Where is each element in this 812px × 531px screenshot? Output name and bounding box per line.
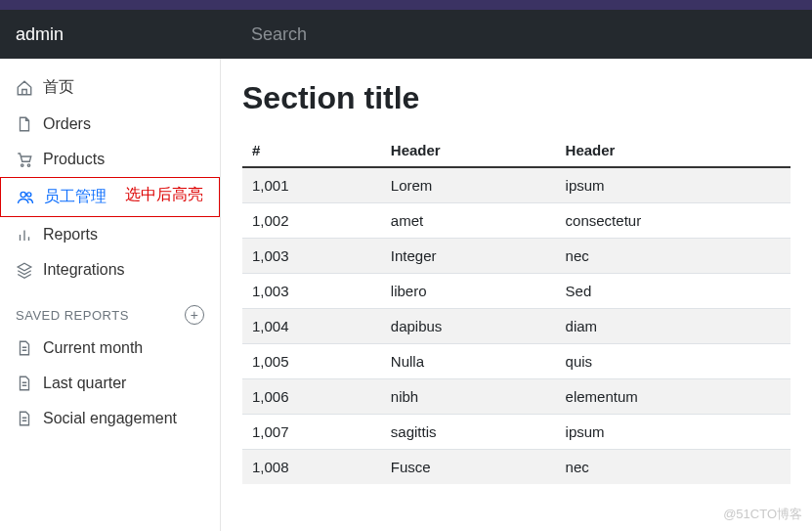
sidebar-item-orders[interactable]: Orders (0, 107, 220, 142)
cart-icon (16, 151, 33, 168)
section-heading-label: SAVED REPORTS (16, 308, 129, 323)
table-cell: quis (556, 344, 791, 379)
table-row: 1,002ametconsectetur (242, 203, 791, 239)
sidebar-item-products[interactable]: Products (0, 142, 220, 177)
table-row: 1,008Fuscenec (242, 450, 791, 485)
table-cell: ipsum (556, 415, 791, 450)
search-wrap (235, 10, 812, 59)
bar-chart-icon (16, 226, 33, 243)
table-row: 1,005Nullaquis (242, 344, 791, 379)
add-report-button[interactable]: + (185, 305, 204, 325)
table-cell: nec (556, 450, 791, 485)
sidebar: 首页 Orders Products 员工管理 选中后高亮 Reports (0, 59, 221, 531)
saved-report-label: Last quarter (43, 375, 126, 392)
table-cell: 1,003 (242, 239, 381, 274)
sidebar-item-label: Products (43, 151, 105, 168)
table-row: 1,003liberoSed (242, 274, 791, 309)
table-cell: 1,004 (242, 309, 381, 344)
table-header-row: # Header Header (242, 134, 791, 167)
table-cell: consectetur (556, 203, 791, 239)
table-row: 1,006nibhelementum (242, 379, 791, 415)
home-icon (16, 79, 33, 97)
sidebar-item-home[interactable]: 首页 (0, 68, 220, 107)
table-cell: libero (381, 274, 556, 309)
table-cell: nibh (381, 379, 556, 415)
table-cell: Integer (381, 239, 556, 274)
table-cell: sagittis (381, 415, 556, 450)
table-row: 1,001Loremipsum (242, 167, 791, 203)
annotation-text: 选中后高亮 (125, 185, 203, 205)
sidebar-item-label: 首页 (43, 77, 74, 98)
table-cell: dapibus (381, 309, 556, 344)
table-cell: Fusce (381, 450, 556, 485)
file-icon (16, 115, 33, 133)
search-input[interactable] (235, 17, 812, 53)
sidebar-item-label: 员工管理 (44, 187, 107, 207)
svg-point-1 (27, 164, 29, 166)
col-id: # (242, 134, 381, 167)
saved-report-current-month[interactable]: Current month (0, 331, 220, 366)
col-header: Header (556, 134, 791, 167)
table-cell: Lorem (381, 167, 556, 203)
svg-point-3 (27, 192, 31, 196)
saved-report-label: Current month (43, 339, 143, 357)
table-cell: elementum (556, 379, 791, 415)
main: Section title # Header Header 1,001Lorem… (221, 59, 812, 531)
brand[interactable]: admin (0, 10, 235, 59)
table-cell: 1,002 (242, 203, 381, 239)
saved-report-label: Social engagement (43, 410, 177, 427)
table-cell: Sed (556, 274, 791, 309)
saved-report-last-quarter[interactable]: Last quarter (0, 366, 220, 401)
sidebar-item-label: Integrations (43, 261, 125, 279)
file-text-icon (16, 375, 33, 392)
svg-point-2 (21, 192, 25, 197)
table-cell: 1,003 (242, 274, 381, 309)
col-header: Header (381, 134, 556, 167)
users-icon (17, 189, 34, 206)
file-text-icon (16, 339, 33, 357)
table-cell: 1,005 (242, 344, 381, 379)
table-cell: 1,007 (242, 415, 381, 450)
accent-bar (0, 0, 812, 10)
file-text-icon (16, 410, 33, 427)
saved-reports-heading: SAVED REPORTS + (0, 288, 220, 331)
table-cell: diam (556, 309, 791, 344)
table-row: 1,004dapibusdiam (242, 309, 791, 344)
table-row: 1,007sagittisipsum (242, 415, 791, 450)
sidebar-item-label: Orders (43, 115, 91, 133)
table-cell: nec (556, 239, 791, 274)
saved-report-social-engagement[interactable]: Social engagement (0, 401, 220, 436)
sidebar-item-reports[interactable]: Reports (0, 217, 220, 252)
svg-point-0 (21, 164, 23, 166)
table-cell: Nulla (381, 344, 556, 379)
table-row: 1,003Integernec (242, 239, 791, 274)
watermark: @51CTO博客 (723, 506, 802, 523)
topbar: admin (0, 10, 812, 59)
page-title: Section title (242, 80, 791, 116)
table-cell: ipsum (556, 167, 791, 203)
highlight-annotation-wrap: 员工管理 选中后高亮 (0, 177, 220, 217)
data-table: # Header Header 1,001Loremipsum1,002amet… (242, 134, 791, 484)
sidebar-item-integrations[interactable]: Integrations (0, 252, 220, 288)
table-cell: 1,008 (242, 450, 381, 485)
table-cell: amet (381, 203, 556, 239)
table-cell: 1,006 (242, 379, 381, 415)
table-cell: 1,001 (242, 167, 381, 203)
sidebar-item-label: Reports (43, 226, 98, 243)
layers-icon (16, 261, 33, 279)
